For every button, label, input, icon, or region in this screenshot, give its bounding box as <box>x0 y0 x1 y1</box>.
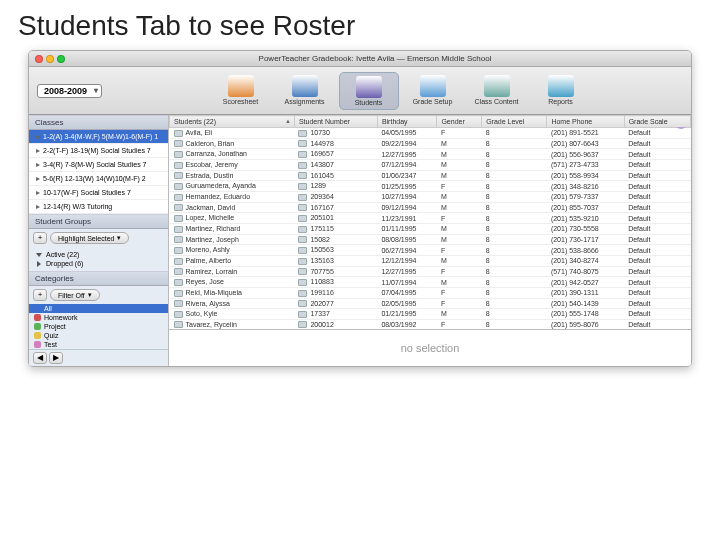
table-row[interactable]: Ramirez, Lorrain70775512/27/1995F8(571) … <box>170 266 691 277</box>
table-body: Avila, Eli1073004/05/1995F8(201) 891-552… <box>170 128 691 331</box>
table-row[interactable]: Soto, Kyle1733701/21/1995M8(201) 555-174… <box>170 309 691 320</box>
table-cell: 10/27/1994 <box>377 191 437 202</box>
tab-grade-setup[interactable]: Grade Setup <box>403 72 463 110</box>
table-cell: 09/12/1994 <box>377 202 437 213</box>
expander-icon: ▸ <box>33 188 43 197</box>
table-row[interactable]: Hernandez, Eduardo20936410/27/1994M8(201… <box>170 191 691 202</box>
table-cell: 08/08/1995 <box>377 234 437 245</box>
table-row[interactable]: Avila, Eli1073004/05/1995F8(201) 891-552… <box>170 128 691 139</box>
group-active[interactable]: Active (22) <box>35 250 162 259</box>
highlight-selected-toggle[interactable]: Highlight Selected ▾ <box>50 232 129 244</box>
table-row[interactable]: Estrada, Dustin16104501/06/2347M8(201) 5… <box>170 170 691 181</box>
category-homework[interactable]: Homework <box>29 313 168 322</box>
table-row[interactable]: Guruamedera, Ayanda128901/25/1995F8(201)… <box>170 181 691 192</box>
column-header[interactable]: Student Number <box>294 116 377 128</box>
year-select[interactable]: 2008-2009 <box>37 84 102 98</box>
profile-icon <box>174 236 183 243</box>
tab-reports[interactable]: Reports <box>531 72 591 110</box>
table-row[interactable]: Reid, Mia-Miquela19911607/04/1995F8(201)… <box>170 287 691 298</box>
table-cell: Default <box>624 138 690 149</box>
table-cell: (201) 595-8076 <box>547 319 624 330</box>
class-row[interactable]: ▸2-2(T-F) 18-19(M) Social Studies 7 <box>29 144 168 158</box>
next-button[interactable]: ▶ <box>49 352 63 364</box>
add-category-button[interactable]: + <box>33 289 47 301</box>
table-cell: Default <box>624 319 690 330</box>
class-row[interactable]: ▸3-4(R) 7-8(M-W) Social Studies 7 <box>29 158 168 172</box>
app-window: PowerTeacher Gradebook: Ivette Avila — E… <box>28 50 692 367</box>
class-row[interactable]: ▸1-2(A) 3-4(M-W,F) 5(M-W)1-6(M-F) 1 <box>29 130 168 144</box>
table-cell: 8 <box>482 319 547 330</box>
close-icon[interactable] <box>35 55 43 63</box>
class-row[interactable]: ▸12-14(R) W/3 Tutoring <box>29 200 168 214</box>
table-cell: 12/27/1995 <box>377 266 437 277</box>
no-selection-label: no selection <box>169 330 691 366</box>
table-cell: Default <box>624 191 690 202</box>
table-cell: Hernandez, Eduardo <box>170 191 295 202</box>
category-quiz[interactable]: Quiz <box>29 331 168 340</box>
table-cell: Default <box>624 255 690 266</box>
table-row[interactable]: Moreno, Ashly15056306/27/1994F8(201) 538… <box>170 245 691 256</box>
column-header[interactable]: Birthday <box>377 116 437 128</box>
table-cell: (201) 736-1717 <box>547 234 624 245</box>
id-icon <box>298 204 307 211</box>
table-row[interactable]: Carranza, Jonathan16965712/27/1995M8(201… <box>170 149 691 160</box>
table-cell: Default <box>624 149 690 160</box>
profile-icon <box>174 258 183 265</box>
table-row[interactable]: Escobar, Jeremy14380707/12/1994M8(571) 2… <box>170 159 691 170</box>
category-color-icon <box>34 314 41 321</box>
disclosure-triangle-icon <box>37 261 41 267</box>
table-cell: 150563 <box>294 245 377 256</box>
table-cell: F <box>437 266 482 277</box>
table-cell: Reyes, Jose <box>170 277 295 288</box>
table-cell: 09/22/1994 <box>377 138 437 149</box>
category-project[interactable]: Project <box>29 322 168 331</box>
class-row[interactable]: ▸5-6(R) 12-13(W) 14(W)10(M-F) 2 <box>29 172 168 186</box>
category-test[interactable]: Test <box>29 340 168 349</box>
profile-icon <box>174 172 183 179</box>
tab-scoresheet[interactable]: Scoresheet <box>211 72 271 110</box>
table-row[interactable]: Palme, Alberto13516312/12/1994M8(201) 34… <box>170 255 691 266</box>
table-row[interactable]: Calderon, Brian14497809/22/1994M8(201) 8… <box>170 138 691 149</box>
tab-class-content[interactable]: Class Content <box>467 72 527 110</box>
category-all[interactable]: All <box>29 304 168 313</box>
tab-icon <box>356 76 382 98</box>
table-cell: Default <box>624 170 690 181</box>
column-header[interactable]: Grade Scale <box>624 116 690 128</box>
column-header[interactable]: Students (22)▲ <box>170 116 295 128</box>
table-row[interactable]: Lopez, Michelle20510111/23/1991F8(201) 5… <box>170 213 691 224</box>
column-header[interactable]: Grade Level <box>482 116 547 128</box>
table-cell: 8 <box>482 213 547 224</box>
table-row[interactable]: Tavarez, Rycelin20001208/03/1992F8(201) … <box>170 319 691 330</box>
table-cell: (201) 942-0527 <box>547 277 624 288</box>
column-header[interactable]: Gender <box>437 116 482 128</box>
table-row[interactable]: Martinez, Joseph1508208/08/1995M8(201) 7… <box>170 234 691 245</box>
table-cell: M <box>437 149 482 160</box>
table-row[interactable]: Rivera, Alyssa20207702/05/1995F8(201) 54… <box>170 298 691 309</box>
zoom-icon[interactable] <box>57 55 65 63</box>
class-row[interactable]: ▸10-17(W-F) Social Studies 7 <box>29 186 168 200</box>
tab-label: Grade Setup <box>413 98 453 105</box>
group-dropped[interactable]: Dropped (6) <box>35 259 162 268</box>
column-header[interactable]: Home Phone <box>547 116 624 128</box>
table-row[interactable]: Jackman, David16716709/12/1994M8(201) 85… <box>170 202 691 213</box>
table-cell: 8 <box>482 191 547 202</box>
table-cell: M <box>437 223 482 234</box>
prev-button[interactable]: ◀ <box>33 352 47 364</box>
sort-asc-icon: ▲ <box>285 118 291 124</box>
table-cell: Carranza, Jonathan <box>170 149 295 160</box>
add-group-button[interactable]: + <box>33 232 47 244</box>
table-row[interactable]: Martinez, Richard17511501/11/1995M8(201)… <box>170 223 691 234</box>
expander-icon: ▸ <box>33 202 43 211</box>
table-row[interactable]: Reyes, Jose11088311/07/1994M8(201) 942-0… <box>170 277 691 288</box>
table-cell: 02/05/1995 <box>377 298 437 309</box>
table-cell: M <box>437 138 482 149</box>
profile-icon <box>174 204 183 211</box>
table-cell: M <box>437 159 482 170</box>
table-cell: 06/27/1994 <box>377 245 437 256</box>
tab-students[interactable]: Students <box>339 72 399 110</box>
profile-icon <box>174 279 183 286</box>
filter-off-toggle[interactable]: Filter Off ▾ <box>50 289 100 301</box>
tab-assignments[interactable]: Assignments <box>275 72 335 110</box>
minimize-icon[interactable] <box>46 55 54 63</box>
table-cell: 10730 <box>294 128 377 139</box>
